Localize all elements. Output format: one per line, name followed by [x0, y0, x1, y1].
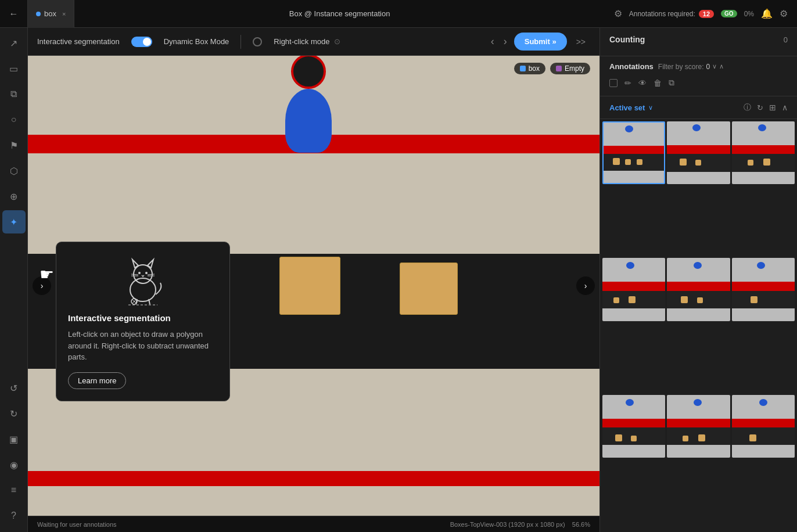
main-body: ↗ ▭ ⧉ ○ ⚑ ⬡ ⊕ ✦ ↺ ↻ ▣ ◉ ≡ ? Interactive …	[0, 28, 797, 532]
tool-redo[interactable]: ↻	[2, 402, 26, 425]
back-button[interactable]: ←	[0, 0, 28, 28]
tool-magic[interactable]: ✦	[2, 210, 26, 233]
tool-copy[interactable]: ⧉	[2, 82, 26, 106]
active-set-label[interactable]: Active set	[609, 103, 645, 112]
filter-value: 0	[706, 63, 710, 71]
dynamic-box-toggle[interactable]	[131, 37, 152, 47]
thumbnail-3[interactable]	[732, 121, 795, 184]
tool-help[interactable]: ?	[2, 504, 26, 527]
tool-circle[interactable]: ○	[2, 108, 26, 131]
thumbnail-grid[interactable]	[600, 119, 797, 532]
filter-score: Filter by score: 0 ∨ ∧	[658, 63, 724, 71]
info-icon[interactable]: ⓘ	[744, 102, 751, 113]
thumb-img-4	[602, 258, 665, 321]
delete-tool-icon[interactable]: 🗑	[654, 78, 662, 88]
sub-toolbar-right: ‹ › Submit » >>	[489, 33, 590, 51]
thumbnail-6[interactable]	[732, 258, 795, 321]
settings-icon[interactable]: ⚙	[780, 8, 788, 19]
top-bar: ← box × Box @ Instance segmentation ⚙ An…	[0, 0, 797, 28]
tool-tag[interactable]: ⊕	[2, 185, 26, 208]
annotation-tools: ✏ 👁 🗑 ⧉	[609, 76, 788, 90]
refresh-icon[interactable]: ↻	[757, 103, 763, 112]
toggle-thumb	[143, 38, 151, 46]
annotations-header: Annotations Filter by score: 0 ∨ ∧	[609, 62, 788, 71]
thumbnail-7[interactable]	[602, 395, 665, 458]
tool-lines[interactable]: ≡	[2, 479, 26, 502]
collapse-icon[interactable]: ∧	[782, 103, 788, 112]
tool-film[interactable]: ▣	[2, 427, 26, 451]
right-click-label: Right-click mode ⊙	[274, 37, 340, 46]
learn-more-button[interactable]: Learn more	[68, 372, 126, 389]
box-item-2	[279, 257, 340, 315]
tab-label: box	[44, 9, 56, 18]
filename-label: Boxes-TopView-003 (1920 px x 1080 px)	[450, 521, 565, 528]
right-panel: Counting 0 Annotations Filter by score: …	[599, 28, 797, 532]
tab-close-button[interactable]: ×	[62, 10, 66, 17]
thumb-img-9	[732, 395, 795, 458]
active-set-actions: ⓘ ↻ ⊞ ∧	[744, 102, 788, 113]
counting-header: Counting 0	[609, 35, 788, 44]
thumbnail-4[interactable]	[602, 258, 665, 321]
tooltip-description: Left-click on an object to draw a polygo…	[68, 329, 218, 363]
divider-1	[240, 35, 241, 49]
score-chevron-down[interactable]: ∨	[712, 63, 717, 70]
active-set-chevron[interactable]: ∨	[648, 104, 653, 112]
submit-button[interactable]: Submit »	[514, 33, 567, 51]
grid-icon[interactable]: ⊞	[769, 103, 776, 112]
svg-point-4	[138, 272, 141, 274]
legend-empty-label: Empty	[565, 64, 584, 73]
tooltip-popup: Interactive segmentation Left-click on a…	[56, 242, 230, 401]
thumbnail-9[interactable]	[732, 395, 795, 458]
waiting-text: Waiting for user annotations	[37, 521, 117, 528]
image-top-section	[28, 56, 599, 254]
thumbnail-1[interactable]	[602, 121, 665, 184]
tool-eye[interactable]: ◉	[2, 453, 26, 476]
cat-icon	[120, 254, 166, 306]
empty-color-dot	[556, 66, 562, 71]
svg-marker-3	[148, 260, 153, 268]
legend-box-label: box	[529, 64, 540, 73]
thumb-img-1	[604, 123, 664, 183]
interactive-seg-label: Interactive segmentation	[37, 37, 120, 46]
right-click-radio[interactable]	[253, 37, 262, 46]
learn-more-label: Learn more	[78, 376, 116, 385]
svg-marker-2	[132, 260, 138, 268]
tool-rect[interactable]: ▭	[2, 57, 26, 80]
prev-arrow[interactable]: ‹	[489, 33, 497, 50]
page-title: Box @ Instance segmentation	[74, 9, 604, 18]
interactive-seg-toggle[interactable]: Interactive segmentation	[37, 37, 120, 46]
tool-flag[interactable]: ⚑	[2, 134, 26, 157]
annotations-title: Annotations	[609, 62, 654, 71]
score-chevron-up[interactable]: ∧	[719, 63, 724, 70]
thumbnail-5[interactable]	[667, 258, 730, 321]
next-arrow[interactable]: ›	[501, 33, 509, 50]
counting-section: Counting 0	[600, 28, 797, 56]
legend-box: box	[514, 63, 545, 74]
percent-label: 0%	[744, 10, 754, 18]
edit-tool-icon[interactable]: ✏	[624, 78, 631, 88]
tool-arrow[interactable]: ↗	[2, 31, 26, 55]
thumb-img-3	[732, 121, 795, 184]
dynamic-box-label: Dynamic Box Mode	[164, 37, 229, 46]
bell-icon[interactable]: 🔔	[761, 8, 773, 19]
visibility-tool-icon[interactable]: 👁	[638, 78, 647, 88]
tool-undo[interactable]: ↺	[2, 376, 26, 400]
camera-icon[interactable]: ⚙	[614, 8, 622, 19]
box-color-dot	[520, 66, 526, 71]
thumbnail-2[interactable]	[667, 121, 730, 184]
dynamic-box-text: Dynamic Box Mode	[164, 37, 229, 46]
collapse-panel-button[interactable]: >>	[572, 35, 590, 49]
canvas-area[interactable]: box Empty › ›	[28, 56, 599, 516]
tool-polygon[interactable]: ⬡	[2, 159, 26, 182]
thumb-img-7	[602, 395, 665, 458]
annotations-section: Annotations Filter by score: 0 ∨ ∧ ✏ 👁 🗑…	[600, 56, 797, 96]
tab-box[interactable]: box ×	[28, 0, 74, 28]
duplicate-tool-icon[interactable]: ⧉	[669, 78, 674, 88]
go-badge: GO	[721, 10, 737, 17]
canvas-next-button[interactable]: ›	[576, 276, 595, 295]
thumb-img-6	[732, 258, 795, 321]
svg-point-1	[134, 265, 152, 283]
thumbnail-8[interactable]	[667, 395, 730, 458]
select-all-checkbox[interactable]	[609, 79, 618, 87]
canvas-prev-button[interactable]: ›	[33, 276, 51, 295]
